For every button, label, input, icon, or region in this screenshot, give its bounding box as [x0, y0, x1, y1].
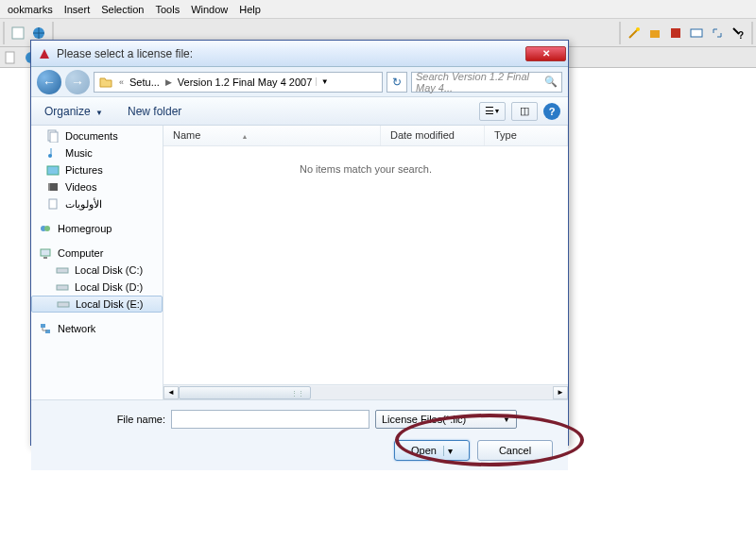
filter-label: License Files(*.lic) [382, 414, 466, 425]
music-icon [46, 146, 60, 160]
computer-icon [39, 246, 52, 260]
filename-label: File name: [43, 414, 165, 425]
svg-rect-14 [48, 183, 50, 191]
scroll-track[interactable]: ⋮⋮ [179, 386, 553, 399]
svg-rect-18 [41, 249, 50, 256]
sidebar-videos[interactable]: Videos [31, 178, 163, 195]
file-icon [46, 197, 60, 211]
menu-tools[interactable]: Tools [149, 2, 185, 17]
network-icon [39, 322, 52, 335]
scroll-thumb[interactable]: ⋮⋮ [179, 386, 311, 399]
chevron-right-icon[interactable]: ▶ [163, 77, 174, 87]
breadcrumb-2[interactable]: Version 1.2 Final May 4 2007 [174, 76, 316, 88]
svg-rect-22 [58, 302, 69, 307]
blue-window-icon[interactable] [687, 24, 706, 42]
sidebar-arabic[interactable]: الأولويات [31, 195, 163, 212]
videos-icon [46, 180, 60, 194]
back-button[interactable]: ← [37, 70, 61, 94]
organize-menu[interactable]: Organize ▼ [39, 101, 109, 122]
refresh-button[interactable]: ↻ [387, 72, 407, 93]
svg-rect-4 [671, 28, 680, 38]
disk-icon [56, 263, 69, 277]
address-bar[interactable]: « Setu... ▶ Version 1.2 Final May 4 2007… [94, 72, 383, 93]
menu-insert[interactable]: Insert [59, 2, 96, 17]
view-mode-button[interactable]: ☰ ▼ [479, 102, 506, 121]
disk-icon [57, 297, 70, 311]
sidebar-documents[interactable]: Documents [31, 127, 163, 144]
app-menubar: ookmarks Insert Selection Tools Window H… [0, 0, 756, 19]
svg-point-17 [44, 226, 50, 231]
pictures-icon [46, 163, 60, 177]
svg-rect-0 [12, 27, 24, 39]
help-button[interactable]: ? [543, 103, 560, 120]
close-button[interactable]: ✕ [525, 46, 566, 61]
homegroup-icon [39, 222, 52, 235]
svg-rect-21 [57, 285, 68, 290]
forward-button[interactable]: → [65, 70, 90, 94]
app-icon [37, 46, 52, 61]
svg-rect-7 [6, 52, 14, 63]
sidebar-network[interactable]: Network [31, 320, 163, 337]
svg-rect-3 [650, 30, 660, 38]
file-open-dialog: Please select a license file: ✕ ← → « Se… [30, 40, 569, 446]
dialog-titlebar[interactable]: Please select a license file: ✕ [31, 41, 568, 67]
sidebar: Documents Music Pictures Videos الأولويا… [31, 126, 163, 399]
menu-selection[interactable]: Selection [95, 2, 149, 17]
chevron-down-icon: ▼ [503, 415, 510, 424]
svg-rect-10 [50, 132, 58, 143]
preview-pane-button[interactable]: ◫ [511, 102, 538, 121]
filename-input[interactable] [171, 410, 369, 429]
svg-text:?: ? [738, 30, 744, 41]
sidebar-music[interactable]: Music [31, 144, 163, 161]
sidebar-disk-c[interactable]: Local Disk (C:) [31, 262, 163, 279]
col-name[interactable]: Name ▲ [163, 126, 381, 145]
filetype-filter[interactable]: License Files(*.lic) ▼ [375, 410, 517, 429]
chevron-icon[interactable]: « [117, 77, 126, 87]
menu-window[interactable]: Window [185, 2, 233, 17]
documents-icon [46, 129, 60, 143]
wand-icon[interactable] [625, 24, 644, 42]
sidebar-computer[interactable]: Computer [31, 245, 163, 262]
sidebar-disk-d[interactable]: Local Disk (D:) [31, 279, 163, 296]
svg-rect-15 [49, 199, 57, 209]
scroll-left-button[interactable]: ◄ [163, 386, 179, 399]
file-list-pane: Name ▲ Date modified Type No items match… [163, 126, 568, 399]
svg-rect-23 [41, 324, 45, 328]
svg-rect-20 [57, 268, 68, 273]
col-date[interactable]: Date modified [381, 126, 485, 145]
open-button[interactable]: Open ▾ [394, 440, 470, 461]
cube-icon[interactable] [645, 24, 664, 42]
arrows-icon[interactable] [708, 24, 727, 42]
sidebar-homegroup[interactable]: Homegroup [31, 220, 163, 237]
address-dropdown[interactable]: ▼ [316, 77, 333, 86]
red-square-icon[interactable] [666, 24, 685, 42]
new-folder-button[interactable]: New folder [128, 105, 181, 118]
dialog-navbar: ← → « Setu... ▶ Version 1.2 Final May 4 … [31, 67, 568, 97]
toolbar-btn-1[interactable] [9, 24, 27, 42]
svg-rect-19 [43, 257, 47, 259]
empty-message: No items match your search. [163, 146, 568, 384]
svg-rect-12 [47, 166, 59, 175]
help-arrow-icon[interactable]: ? [729, 24, 747, 42]
svg-point-11 [48, 154, 52, 158]
horizontal-scrollbar[interactable]: ◄ ⋮⋮ ► [163, 384, 568, 399]
blank-icon[interactable] [1, 48, 20, 67]
search-placeholder: Search Version 1.2 Final May 4... [416, 71, 544, 93]
breadcrumb-1[interactable]: Setu... [126, 76, 163, 88]
folder-icon [98, 75, 113, 90]
dialog-title: Please select a license file: [57, 47, 524, 60]
column-headers: Name ▲ Date modified Type [163, 126, 568, 146]
command-bar: Organize ▼ New folder ☰ ▼ ◫ ? [31, 97, 568, 126]
scroll-right-button[interactable]: ► [553, 386, 568, 399]
cancel-button[interactable]: Cancel [477, 440, 553, 461]
sidebar-disk-e[interactable]: Local Disk (E:) [31, 296, 163, 313]
col-type[interactable]: Type [485, 126, 568, 145]
dialog-bottom: File name: License Files(*.lic) ▼ Open ▾… [31, 399, 568, 470]
svg-point-2 [636, 27, 640, 31]
menu-help[interactable]: Help [233, 2, 266, 17]
menu-bookmarks[interactable]: ookmarks [2, 2, 59, 17]
sidebar-pictures[interactable]: Pictures [31, 161, 163, 178]
search-input[interactable]: Search Version 1.2 Final May 4... 🔍 [411, 72, 562, 93]
search-icon: 🔍 [544, 76, 558, 88]
svg-rect-5 [691, 29, 702, 37]
